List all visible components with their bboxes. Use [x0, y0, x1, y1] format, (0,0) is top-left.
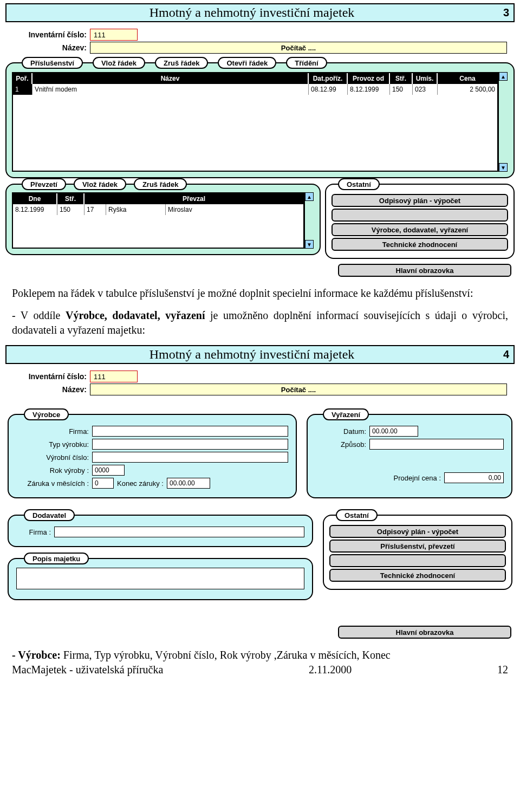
zrus-radek-button-2[interactable]: Zruš řádek	[134, 178, 187, 190]
col-nazev: Název	[32, 73, 309, 84]
hlavni-obrazovka-button-1[interactable]: Hlavní obrazovka	[338, 264, 511, 277]
datum-field[interactable]: 00.00.00	[369, 426, 418, 437]
nazev-field-1[interactable]: Počítač ....	[90, 42, 507, 54]
title-page-1: 3	[493, 7, 509, 19]
scroll-down-icon[interactable]: ▼	[305, 240, 314, 249]
ostatni-panel-1: Ostatní Odpisový plán - výpočet Výrobce,…	[325, 184, 515, 259]
col-umis: Umís.	[413, 73, 438, 84]
inv-field-1[interactable]: 111	[90, 29, 138, 41]
scrollbar-1[interactable]: ▲ ▼	[498, 72, 508, 172]
scroll-down-icon[interactable]: ▼	[499, 163, 508, 172]
prodejni-cena-field[interactable]: 0,00	[444, 472, 504, 483]
tech-zhodnoceni-button-2[interactable]: Technické zhodnocení	[329, 569, 506, 582]
title-page-2: 4	[493, 348, 509, 361]
col-str: Stř.	[390, 73, 413, 84]
footer-right: 12	[497, 664, 508, 676]
nazev-field-2[interactable]: Počítač ....	[90, 384, 507, 395]
dodavatel-group: Dodavatel Firma :	[8, 515, 313, 547]
vloz-radek-button-2[interactable]: Vlož řádek	[74, 178, 126, 190]
typ-field[interactable]	[92, 439, 288, 450]
vyrobce-dodavatel-button[interactable]: Výrobce, dodavatel, vyřazení	[332, 223, 508, 236]
odpis-plan-button-1[interactable]: Odpisový plán - výpočet	[332, 194, 508, 207]
window-title-2: Hmotný a nehmotný investiční majetek 4	[5, 345, 515, 364]
paragraph-2: - V oddíle Výrobce, dodavatel, vyřazení …	[12, 308, 508, 337]
vloz-radek-button-1[interactable]: Vlož řádek	[93, 57, 145, 69]
scrollbar-2[interactable]: ▲ ▼	[304, 192, 314, 249]
accessories-panel: Příslušenství Vlož řádek Zruš řádek Otev…	[5, 62, 515, 178]
ostatni-tab-1: Ostatní	[338, 178, 380, 190]
vyrcislo-field[interactable]	[92, 452, 288, 463]
col-str2: Stř.	[57, 193, 84, 204]
footer-left: MacMajetek - uživatelská příručka	[12, 664, 163, 676]
dodavatel-tab: Dodavatel	[24, 509, 75, 521]
hlavni-obrazovka-button-2[interactable]: Hlavní obrazovka	[338, 626, 511, 639]
paragraph-1: Poklepem na řádek v tabulce příslušenstv…	[12, 286, 508, 301]
zpusob-field[interactable]	[369, 439, 504, 450]
firma-field[interactable]	[92, 426, 288, 437]
rok-field[interactable]: 0000	[92, 465, 125, 476]
vyrazeni-group: Vyřazení Datum:00.00.00 Způsob: Prodejní…	[307, 414, 512, 498]
zaruka-field[interactable]: 0	[92, 478, 114, 489]
blank-button-1[interactable]	[332, 209, 508, 222]
inv-label-2: Inventární číslo:	[9, 372, 90, 381]
inv-label-1: Inventární číslo:	[9, 30, 90, 39]
vyrobce-tab: Výrobce	[24, 408, 69, 420]
accessories-table: Poř. Název Dat.poříz. Provoz od Stř. Umí…	[12, 72, 498, 172]
zrus-radek-button-1[interactable]: Zruš řádek	[155, 57, 208, 69]
title-text-2: Hmotný a nehmotný investiční majetek	[11, 347, 493, 362]
konec-zaruky-field[interactable]: 00.00.00	[167, 478, 210, 489]
trideni-button[interactable]: Třídění	[286, 57, 327, 69]
paragraph-3: - Výrobce: Firma, Typ výrobku, Výrobní č…	[12, 648, 508, 662]
vyrobce-group: Výrobce Firma: Typ výrobku: Výrobní čísl…	[8, 414, 297, 498]
table-row[interactable]: 8.12.1999 150 17 Ryška Miroslav	[13, 204, 303, 215]
odpis-plan-button-2[interactable]: Odpisový plán - výpočet	[329, 525, 506, 538]
takeover-tab[interactable]: Převzetí	[22, 178, 66, 190]
page-footer: MacMajetek - uživatelská příručka 2.11.2…	[12, 664, 508, 676]
inv-field-2[interactable]: 111	[90, 371, 138, 382]
header-form-2: Inventární číslo: 111 Název: Počítač ...…	[5, 366, 515, 400]
ostatni-tab-2: Ostatní	[336, 509, 378, 521]
accessories-tab[interactable]: Příslušenství	[22, 57, 83, 69]
dodavatel-firma-field[interactable]	[54, 527, 304, 537]
col-prevzal: Převzal	[84, 193, 303, 204]
col-provoz: Provoz od	[348, 73, 390, 84]
tech-zhodnoceni-button-1[interactable]: Technické zhodnocení	[332, 238, 508, 251]
vyrazeni-tab: Vyřazení	[323, 408, 369, 420]
takeover-table: Dne Stř. Převzal 8.12.1999 150 17 Ryška …	[12, 192, 304, 249]
otevri-radek-button[interactable]: Otevři řádek	[218, 57, 276, 69]
popis-group: Popis majetku	[8, 558, 313, 600]
prislusenstvi-button[interactable]: Příslušenství, převzetí	[329, 540, 506, 553]
table-row[interactable]: 1 Vnitřní modem 08.12.99 8.12.1999 150 0…	[13, 84, 497, 95]
nazev-label-1: Název:	[9, 43, 90, 52]
window-title-1: Hmotný a nehmotný investiční majetek 3	[5, 3, 515, 22]
title-text-1: Hmotný a nehmotný investiční majetek	[11, 5, 493, 20]
popis-field[interactable]	[16, 568, 304, 589]
nazev-label-2: Název:	[9, 385, 90, 394]
ostatni-panel-2: Ostatní Odpisový plán - výpočet Přísluše…	[323, 515, 512, 590]
blank-button-2[interactable]	[329, 554, 506, 567]
col-dat: Dat.poříz.	[309, 73, 348, 84]
col-por: Poř.	[13, 73, 32, 84]
footer-mid: 2.11.2000	[309, 664, 352, 676]
popis-tab: Popis majetku	[24, 553, 89, 564]
scroll-up-icon[interactable]: ▲	[499, 72, 508, 81]
header-form-1: Inventární číslo: 111 Název: Počítač ...…	[5, 24, 515, 58]
takeover-panel: Převzetí Vlož řádek Zruš řádek Dne Stř. …	[5, 184, 321, 255]
col-cena: Cena	[438, 73, 497, 84]
col-dne: Dne	[13, 193, 57, 204]
scroll-up-icon[interactable]: ▲	[305, 192, 314, 201]
